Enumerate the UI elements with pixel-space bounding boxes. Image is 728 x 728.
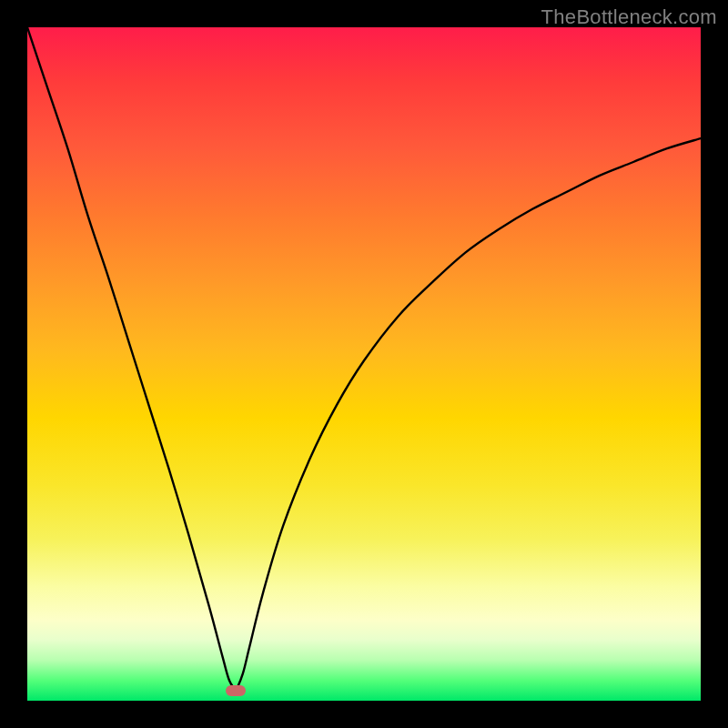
curve-svg [27, 27, 701, 701]
minimum-marker [226, 685, 246, 696]
plot-area [27, 27, 701, 701]
chart-frame: TheBottleneck.com [0, 0, 728, 728]
bottleneck-curve [27, 27, 701, 691]
watermark-text: TheBottleneck.com [541, 5, 717, 29]
